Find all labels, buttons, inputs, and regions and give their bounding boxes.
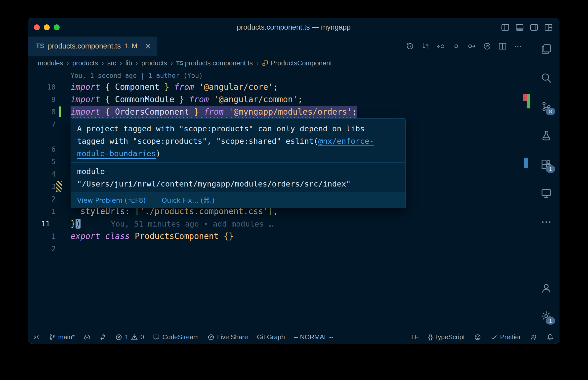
line-number[interactable]: 10 bbox=[47, 81, 56, 93]
status-remote-indicator[interactable] bbox=[33, 334, 40, 341]
status-label: Live Share bbox=[217, 333, 248, 341]
problem-hover-popup: A project tagged with "scope:products" c… bbox=[71, 118, 406, 208]
eslint-rule-link[interactable]: module-boundaries bbox=[77, 149, 156, 158]
line-number[interactable]: 2 bbox=[51, 193, 56, 205]
toggle-primary-sidebar-icon[interactable] bbox=[501, 23, 509, 32]
toggle-secondary-sidebar-icon[interactable] bbox=[530, 23, 538, 32]
status-copilot[interactable] bbox=[474, 334, 481, 341]
accounts-icon[interactable] bbox=[539, 281, 553, 295]
code-line[interactable]: 8import { OrdersComponent } from '@mynga… bbox=[28, 106, 533, 118]
status-notifications[interactable] bbox=[547, 334, 554, 341]
status-feedback[interactable] bbox=[530, 334, 537, 341]
line-number[interactable]: 1 bbox=[51, 205, 56, 218]
line-number[interactable]: 4 bbox=[51, 168, 56, 180]
code-line[interactable]: 2 bbox=[28, 242, 533, 255]
code-line[interactable]: 10import { Component } from '@angular/co… bbox=[28, 81, 533, 93]
zoom-window-button[interactable] bbox=[54, 24, 60, 30]
explorer-icon[interactable] bbox=[539, 42, 553, 56]
line-number[interactable]: 7 bbox=[51, 118, 56, 131]
open-changes-icon[interactable] bbox=[483, 42, 491, 50]
codelens-annotation[interactable]: You, 1 second ago | 1 author (You) bbox=[28, 71, 533, 81]
breadcrumb: modules›products›src›lib›products›TSprod… bbox=[28, 56, 533, 71]
breadcrumb-products[interactable]: products bbox=[72, 59, 98, 67]
line-number[interactable]: 9 bbox=[51, 93, 56, 106]
compare-icon[interactable] bbox=[421, 42, 430, 50]
status-label: LF bbox=[411, 333, 419, 341]
code-token bbox=[100, 82, 105, 92]
status-prettier[interactable]: Prettier bbox=[491, 333, 521, 341]
overview-ruler[interactable] bbox=[526, 71, 533, 331]
code-token: } bbox=[179, 95, 184, 104]
breadcrumb-products[interactable]: products bbox=[141, 59, 167, 67]
code-line[interactable]: 9import { CommonModule } from '@angular/… bbox=[28, 93, 533, 106]
breadcrumb-separator: › bbox=[120, 59, 122, 67]
code-token: from bbox=[174, 82, 194, 92]
changes-icon[interactable] bbox=[452, 42, 461, 50]
source-control-icon[interactable]: 8 bbox=[539, 100, 553, 114]
quick-fix-action[interactable]: Quick Fix... (⌘.) bbox=[162, 196, 215, 204]
status-eol-indicator[interactable]: LF bbox=[411, 333, 419, 341]
breadcrumb-productscomponent[interactable]: ProductsComponent bbox=[262, 59, 332, 67]
split-editor-icon[interactable] bbox=[498, 42, 507, 50]
line-number[interactable]: 6 bbox=[51, 143, 56, 155]
code-line[interactable]: 11})You, 51 minutes ago • add modules … bbox=[28, 218, 533, 230]
cursor-block: ) bbox=[76, 219, 81, 229]
status-language-mode[interactable]: {} TypeScript bbox=[428, 333, 465, 341]
eslint-rule-link[interactable]: @nx/enforce- bbox=[318, 137, 374, 145]
status-label: 1 bbox=[125, 333, 128, 341]
badge: 1 bbox=[546, 165, 555, 173]
more-actions-icon[interactable] bbox=[514, 42, 522, 50]
next-change-icon[interactable] bbox=[467, 42, 476, 50]
error-icon bbox=[115, 334, 122, 341]
status-git-graph[interactable]: Git Graph bbox=[257, 333, 285, 341]
problem-text: tagged with "scope:products", "scope:sha… bbox=[77, 137, 318, 145]
breadcrumb-src[interactable]: src bbox=[107, 59, 116, 67]
line-number[interactable]: 8 bbox=[51, 106, 56, 118]
line-number[interactable]: 5 bbox=[51, 155, 56, 168]
code-text: import { CommonModule } from '@angular/c… bbox=[71, 93, 303, 106]
line-number[interactable]: 1 bbox=[51, 230, 56, 242]
code-editor[interactable]: You, 1 second ago | 1 author (You) 10imp… bbox=[28, 71, 533, 331]
toggle-panel-icon[interactable] bbox=[515, 23, 524, 32]
previous-change-icon[interactable] bbox=[437, 42, 445, 50]
settings-gear-icon[interactable]: 1 bbox=[539, 309, 553, 323]
code-token: import bbox=[71, 95, 100, 104]
code-token: export bbox=[71, 231, 100, 241]
file-history-icon[interactable] bbox=[406, 42, 414, 50]
status-live-share[interactable]: Live Share bbox=[208, 333, 248, 341]
customize-layout-icon[interactable] bbox=[544, 23, 553, 32]
line-number[interactable]: 2 bbox=[51, 242, 56, 255]
gutter bbox=[28, 131, 71, 143]
breadcrumb-separator: › bbox=[102, 59, 104, 67]
status-problems[interactable]: 10 bbox=[115, 333, 144, 341]
status-label: 0 bbox=[140, 333, 144, 341]
check-icon bbox=[491, 334, 498, 341]
status-git-compare[interactable] bbox=[99, 334, 106, 341]
minimize-window-button[interactable] bbox=[44, 24, 50, 30]
close-tab-button[interactable]: × bbox=[145, 42, 151, 51]
status-vim-mode[interactable]: -- NORMAL -- bbox=[294, 333, 333, 341]
view-problem-action[interactable]: View Problem (⌥F8) bbox=[77, 196, 146, 204]
more-views-icon[interactable] bbox=[539, 215, 553, 229]
breadcrumb-modules[interactable]: modules bbox=[38, 59, 63, 67]
line-number[interactable]: 11 bbox=[41, 218, 50, 230]
code-token: from bbox=[204, 107, 223, 117]
breadcrumb-products-component-ts[interactable]: TSproducts.component.ts bbox=[176, 59, 253, 67]
status-codestream[interactable]: CodeStream bbox=[153, 333, 199, 341]
gutter-added-indicator bbox=[59, 106, 61, 117]
remote-explorer-icon[interactable] bbox=[539, 186, 553, 200]
extensions-icon[interactable]: 1 bbox=[539, 157, 553, 171]
search-icon[interactable] bbox=[539, 71, 553, 85]
testing-icon[interactable] bbox=[539, 129, 553, 142]
code-token: ; bbox=[298, 95, 303, 104]
compare-changes-icon bbox=[99, 334, 106, 341]
close-window-button[interactable] bbox=[34, 24, 40, 30]
tab-products-component-ts[interactable]: TS products.component.ts 1, M × bbox=[28, 37, 157, 56]
status-sync-changes[interactable] bbox=[84, 334, 90, 341]
gutter: 11 bbox=[28, 218, 71, 230]
breadcrumb-lib[interactable]: lib bbox=[126, 59, 132, 67]
status-git-branch[interactable]: main* bbox=[49, 333, 75, 341]
code-line[interactable]: 1export class ProductsComponent {} bbox=[28, 230, 533, 242]
line-number[interactable]: 3 bbox=[51, 180, 56, 193]
code-token bbox=[219, 231, 224, 241]
